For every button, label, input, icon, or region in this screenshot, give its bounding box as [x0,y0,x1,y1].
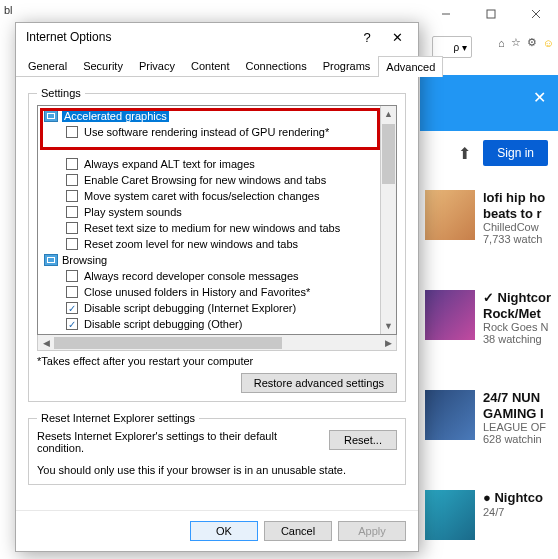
restart-note: *Takes effect after you restart your com… [37,355,397,367]
sign-in-button[interactable]: Sign in [483,140,548,166]
video-thumbnail[interactable] [425,190,475,240]
category-label: Browsing [62,254,107,266]
video-item[interactable]: ✓ NightcorRock/MetRock Goes N38 watching [425,290,554,345]
video-info: lofi hip hobeats to rChilledCow7,733 wat… [483,190,554,245]
video-item[interactable]: 24/7 NUNGAMING ILEAGUE OF628 watchin [425,390,554,445]
video-item[interactable]: ● Nightco24/7 [425,490,554,540]
tab-programs[interactable]: Programs [315,55,379,76]
settings-legend: Settings [37,87,85,99]
scrollbar-down-icon[interactable]: ▼ [381,318,396,334]
tree-item[interactable]: Reset zoom level for new windows and tab… [38,236,380,252]
tree-item[interactable]: Always record developer console messages [38,268,380,284]
checkbox[interactable] [66,206,78,218]
banner-close-icon[interactable]: ✕ [533,88,546,107]
dialog-close-button[interactable]: ✕ [382,30,412,45]
checkbox[interactable] [66,126,78,138]
tab-security[interactable]: Security [75,55,131,76]
item-label: Disable script debugging (Internet Explo… [84,302,296,314]
close-button[interactable] [513,0,558,28]
gear-icon[interactable]: ⚙ [527,36,537,49]
video-title: GAMING I [483,406,554,422]
checkbox[interactable]: ✓ [66,302,78,314]
checkbox[interactable] [66,238,78,250]
minimize-button[interactable] [423,0,468,28]
checkbox[interactable] [66,174,78,186]
svg-rect-1 [487,10,495,18]
item-label: Enable Caret Browsing for new windows an… [84,174,326,186]
video-channel: Rock Goes N [483,321,554,333]
tree-item[interactable]: Always expand ALT text for images [38,156,380,172]
apply-button[interactable]: Apply [338,521,406,541]
reset-description: Resets Internet Explorer's settings to t… [37,430,321,454]
scrollbar-left-icon[interactable]: ◀ [38,338,54,348]
tree-item[interactable]: Reset text size to medium for new window… [38,220,380,236]
star-icon[interactable]: ☆ [511,36,521,49]
search-box[interactable]: ρ ▾ [432,36,472,58]
video-thumbnail[interactable] [425,490,475,540]
settings-tree[interactable]: Accelerated graphicsUse software renderi… [37,105,397,335]
video-info: ✓ NightcorRock/MetRock Goes N38 watching [483,290,554,345]
scrollbar-right-icon[interactable]: ▶ [380,338,396,348]
home-icon[interactable]: ⌂ [498,37,505,49]
horizontal-scrollbar[interactable]: ◀ ▶ [37,335,397,351]
checkbox[interactable] [66,222,78,234]
dialog-tabs: GeneralSecurityPrivacyContentConnections… [16,51,418,77]
vertical-scrollbar[interactable]: ▲ ▼ [380,106,396,334]
smiley-icon[interactable]: ☺ [543,37,554,49]
video-stats: 628 watchin [483,433,554,445]
scrollbar-up-icon[interactable]: ▲ [381,106,396,122]
reset-button[interactable]: Reset... [329,430,397,450]
tree-item[interactable]: Use software rendering instead of GPU re… [38,124,380,140]
tab-content[interactable]: Content [183,55,238,76]
item-label: Disable script debugging (Other) [84,318,242,330]
video-info: ● Nightco24/7 [483,490,554,540]
video-title: ● Nightco [483,490,554,506]
video-item[interactable]: lofi hip hobeats to rChilledCow7,733 wat… [425,190,554,245]
ok-button[interactable]: OK [190,521,258,541]
dialog-help-button[interactable]: ? [352,30,382,45]
tree-item[interactable]: ✓Disable script debugging (Internet Expl… [38,300,380,316]
video-title: beats to r [483,206,554,222]
dialog-title: Internet Options [26,30,352,44]
settings-group: Settings Accelerated graphicsUse softwar… [28,87,406,402]
tree-category[interactable]: Browsing [38,252,380,268]
item-label: Always expand ALT text for images [84,158,255,170]
category-icon [44,254,58,266]
video-stats: 7,733 watch [483,233,554,245]
tree-item[interactable]: Move system caret with focus/selection c… [38,188,380,204]
item-label: Always record developer console messages [84,270,299,282]
tree-item[interactable]: Enable Caret Browsing for new windows an… [38,172,380,188]
scrollbar-thumb[interactable] [382,124,395,184]
video-info: 24/7 NUNGAMING ILEAGUE OF628 watchin [483,390,554,445]
video-stats: 38 watching [483,333,554,345]
tab-general[interactable]: General [20,55,75,76]
video-thumbnail[interactable] [425,390,475,440]
video-title: Rock/Met [483,306,554,322]
tree-item[interactable]: ✓Disable script debugging (Other) [38,316,380,332]
video-title: lofi hip ho [483,190,554,206]
checkbox[interactable] [66,190,78,202]
checkbox[interactable] [66,286,78,298]
video-thumbnail[interactable] [425,290,475,340]
maximize-button[interactable] [468,0,513,28]
tree-category[interactable]: Accelerated graphics [38,108,380,124]
checkbox[interactable] [66,270,78,282]
checkbox[interactable] [66,158,78,170]
item-label: Use software rendering instead of GPU re… [84,126,329,138]
parent-title-buttons [423,0,558,28]
tree-item[interactable]: Play system sounds [38,204,380,220]
internet-options-dialog: Internet Options ? ✕ GeneralSecurityPriv… [15,22,419,552]
cancel-button[interactable]: Cancel [264,521,332,541]
video-channel: 24/7 [483,506,554,518]
tab-connections[interactable]: Connections [237,55,314,76]
upload-icon[interactable]: ⬆ [458,144,471,163]
tab-privacy[interactable]: Privacy [131,55,183,76]
item-label: Move system caret with focus/selection c… [84,190,319,202]
category-icon [44,110,58,122]
scrollbar-thumb[interactable] [54,337,282,349]
reset-group: Reset Internet Explorer settings Resets … [28,412,406,485]
tab-advanced[interactable]: Advanced [378,56,443,77]
tree-item[interactable]: Close unused folders in History and Favo… [38,284,380,300]
restore-advanced-button[interactable]: Restore advanced settings [241,373,397,393]
checkbox[interactable]: ✓ [66,318,78,330]
